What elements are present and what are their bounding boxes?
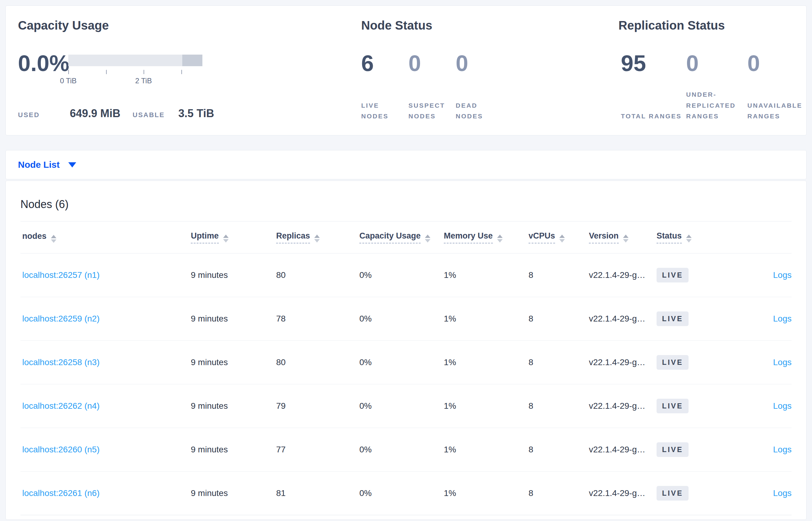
node-link[interactable]: localhost:26258 (n3) — [22, 358, 100, 367]
version-cell: v22.1.4-29-g… — [589, 270, 656, 280]
sort-icon — [497, 234, 503, 243]
column-header-label: Replicas — [276, 231, 310, 244]
unavailable-ranges-count: 0 — [747, 52, 760, 75]
dead-nodes-count: 0 — [456, 52, 468, 75]
sort-icon — [314, 234, 320, 243]
total-ranges-label: TOTAL RANGES — [621, 111, 682, 122]
capacity-bar — [68, 54, 202, 66]
cluster-summary-panel: Capacity Usage 0.0% 0 TiB 2 TiB USED 649… — [5, 5, 807, 135]
vcpus-cell: 8 — [528, 401, 589, 411]
column-header-label: Uptime — [191, 231, 219, 244]
capacity-used-usable-row: USED 649.9 MiB USABLE 3.5 TiB — [18, 107, 214, 120]
replicas-cell: 81 — [276, 489, 359, 498]
vcpus-cell: 8 — [528, 489, 589, 498]
logs-link[interactable]: Logs — [773, 401, 792, 411]
table-header-row: nodes Uptime Replicas Capacity Usage Mem… — [20, 221, 792, 253]
used-value: 649.9 MiB — [70, 107, 133, 120]
status-badge: LIVE — [656, 486, 689, 501]
replicas-cell: 80 — [276, 358, 359, 367]
memory-use-cell: 1% — [444, 270, 528, 280]
column-header-version[interactable]: Version — [589, 231, 656, 244]
status-badge: LIVE — [656, 268, 689, 282]
live-nodes-label: LIVE NODES — [361, 100, 404, 122]
column-header-label: Memory Use — [444, 231, 493, 244]
uptime-cell: 9 minutes — [191, 270, 276, 280]
capacity-used-percent: 0.0% — [18, 52, 70, 75]
used-label: USED — [18, 111, 70, 119]
column-header-nodes[interactable]: nodes — [22, 231, 191, 243]
nodes-table-panel: Nodes (6) nodes Uptime Replicas Capacity… — [5, 181, 807, 520]
column-header-label: Capacity Usage — [359, 231, 421, 244]
unavailable-ranges-label: UNAVAILABLE RANGES — [747, 100, 812, 122]
axis-tick — [68, 70, 69, 74]
node-link[interactable]: localhost:26259 (n2) — [22, 314, 100, 323]
column-header-replicas[interactable]: Replicas — [276, 231, 359, 244]
column-header-label: vCPUs — [528, 231, 555, 244]
capacity-bar-reserved-segment — [182, 54, 202, 66]
replication-status-title: Replication Status — [618, 19, 725, 32]
axis-tick — [181, 70, 182, 74]
column-header-memory-use[interactable]: Memory Use — [444, 231, 528, 244]
status-badge: LIVE — [656, 442, 689, 457]
capacity-usage-cell: 0% — [359, 270, 444, 280]
vcpus-cell: 8 — [528, 270, 589, 280]
table-row: localhost:26260 (n5) 9 minutes 77 0% 1% … — [20, 428, 792, 472]
sort-icon — [623, 234, 628, 243]
sort-icon — [559, 234, 565, 243]
logs-link[interactable]: Logs — [773, 358, 792, 367]
node-list-dropdown[interactable]: Node List — [18, 160, 60, 170]
column-header-capacity-usage[interactable]: Capacity Usage — [359, 231, 444, 244]
version-cell: v22.1.4-29-g… — [589, 401, 656, 411]
version-cell: v22.1.4-29-g… — [589, 489, 656, 498]
uptime-cell: 9 minutes — [191, 401, 276, 411]
usable-value: 3.5 TiB — [178, 107, 214, 120]
logs-link[interactable]: Logs — [773, 489, 792, 498]
view-selector-bar[interactable]: Node List — [5, 150, 807, 179]
capacity-usage-cell: 0% — [359, 445, 444, 454]
column-header-label: Version — [589, 231, 619, 244]
vcpus-cell: 8 — [528, 314, 589, 324]
column-header-status[interactable]: Status — [656, 231, 751, 244]
column-header-vcpus[interactable]: vCPUs — [528, 231, 589, 244]
node-link[interactable]: localhost:26257 (n1) — [22, 270, 100, 280]
version-cell: v22.1.4-29-g… — [589, 314, 656, 324]
live-nodes-count: 6 — [361, 52, 374, 75]
memory-use-cell: 1% — [444, 489, 528, 498]
logs-link[interactable]: Logs — [773, 314, 792, 323]
sort-icon — [425, 234, 430, 243]
version-cell: v22.1.4-29-g… — [589, 358, 656, 367]
node-link[interactable]: localhost:26262 (n4) — [22, 401, 100, 411]
node-link[interactable]: localhost:26261 (n6) — [22, 489, 100, 498]
memory-use-cell: 1% — [444, 358, 528, 367]
memory-use-cell: 1% — [444, 314, 528, 324]
chevron-down-icon — [68, 162, 76, 167]
status-badge: LIVE — [656, 312, 689, 326]
sort-icon — [686, 234, 692, 243]
under-replicated-ranges-count: 0 — [686, 52, 699, 75]
axis-tick — [106, 70, 107, 74]
capacity-usage-cell: 0% — [359, 314, 444, 324]
memory-use-cell: 1% — [444, 445, 528, 454]
suspect-nodes-label: SUSPECT NODES — [408, 100, 451, 122]
dead-nodes-label: DEAD NODES — [456, 100, 498, 122]
vcpus-cell: 8 — [528, 358, 589, 367]
column-header-label: Status — [656, 231, 682, 244]
table-row: localhost:26262 (n4) 9 minutes 79 0% 1% … — [20, 384, 792, 428]
total-ranges-count: 95 — [621, 52, 646, 75]
vcpus-cell: 8 — [528, 445, 589, 454]
status-badge: LIVE — [656, 399, 689, 413]
suspect-nodes-count: 0 — [408, 52, 421, 75]
node-status-title: Node Status — [361, 19, 432, 32]
logs-link[interactable]: Logs — [773, 270, 792, 280]
under-replicated-ranges-label: UNDER-REPLICATED RANGES — [686, 89, 747, 122]
logs-link[interactable]: Logs — [773, 445, 792, 454]
sort-icon — [223, 234, 229, 243]
column-header-uptime[interactable]: Uptime — [191, 231, 276, 244]
table-row: localhost:26258 (n3) 9 minutes 80 0% 1% … — [20, 341, 792, 384]
node-link[interactable]: localhost:26260 (n5) — [22, 445, 100, 454]
memory-use-cell: 1% — [444, 401, 528, 411]
nodes-table-title: Nodes (6) — [20, 181, 792, 211]
usable-label: USABLE — [133, 111, 178, 119]
status-badge: LIVE — [656, 355, 689, 370]
sort-icon — [51, 235, 56, 243]
